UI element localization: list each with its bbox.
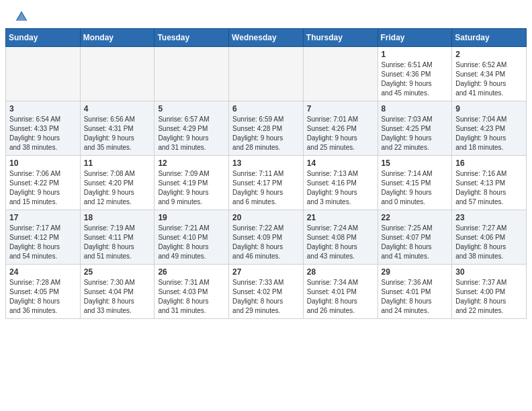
table-row: 19Sunrise: 7:21 AM Sunset: 4:10 PM Dayli… (154, 210, 229, 265)
day-info: Sunrise: 7:03 AM Sunset: 4:25 PM Dayligh… (382, 115, 449, 152)
table-row: 1Sunrise: 6:51 AM Sunset: 4:36 PM Daylig… (378, 47, 452, 101)
day-info: Sunrise: 7:09 AM Sunset: 4:19 PM Dayligh… (158, 169, 225, 207)
day-info: Sunrise: 6:56 AM Sunset: 4:31 PM Dayligh… (84, 115, 151, 152)
header-monday: Monday (80, 29, 154, 47)
table-row: 30Sunrise: 7:37 AM Sunset: 4:00 PM Dayli… (452, 265, 527, 319)
table-row: 28Sunrise: 7:34 AM Sunset: 4:01 PM Dayli… (303, 265, 378, 319)
calendar-row: 1Sunrise: 6:51 AM Sunset: 4:36 PM Daylig… (6, 47, 527, 101)
day-number: 10 (9, 158, 77, 168)
table-row: 13Sunrise: 7:11 AM Sunset: 4:17 PM Dayli… (229, 156, 304, 210)
day-info: Sunrise: 7:25 AM Sunset: 4:07 PM Dayligh… (382, 224, 449, 261)
table-row: 27Sunrise: 7:33 AM Sunset: 4:02 PM Dayli… (229, 265, 304, 319)
calendar-wrapper: Sunday Monday Tuesday Wednesday Thursday… (0, 28, 532, 324)
day-number: 9 (455, 104, 523, 113)
day-number: 24 (9, 267, 77, 277)
table-row (229, 47, 304, 101)
day-number: 8 (382, 104, 449, 113)
table-row: 26Sunrise: 7:31 AM Sunset: 4:03 PM Dayli… (154, 265, 229, 319)
day-info: Sunrise: 7:04 AM Sunset: 4:23 PM Dayligh… (455, 115, 523, 152)
table-row (154, 47, 229, 101)
day-info: Sunrise: 6:57 AM Sunset: 4:29 PM Dayligh… (158, 115, 225, 152)
day-info: Sunrise: 7:28 AM Sunset: 4:05 PM Dayligh… (9, 278, 77, 316)
table-row: 9Sunrise: 7:04 AM Sunset: 4:23 PM Daylig… (452, 101, 527, 156)
day-info: Sunrise: 7:13 AM Sunset: 4:16 PM Dayligh… (307, 169, 374, 207)
day-info: Sunrise: 7:37 AM Sunset: 4:00 PM Dayligh… (455, 278, 523, 316)
day-number: 19 (158, 213, 225, 222)
table-row: 11Sunrise: 7:08 AM Sunset: 4:20 PM Dayli… (80, 156, 154, 210)
day-info: Sunrise: 7:34 AM Sunset: 4:01 PM Dayligh… (307, 278, 374, 316)
table-row: 22Sunrise: 7:25 AM Sunset: 4:07 PM Dayli… (378, 210, 452, 265)
table-row: 3Sunrise: 6:54 AM Sunset: 4:33 PM Daylig… (6, 101, 81, 156)
day-info: Sunrise: 7:08 AM Sunset: 4:20 PM Dayligh… (84, 169, 151, 207)
day-info: Sunrise: 7:36 AM Sunset: 4:01 PM Dayligh… (382, 278, 449, 316)
day-info: Sunrise: 7:21 AM Sunset: 4:10 PM Dayligh… (158, 224, 225, 261)
day-number: 26 (158, 267, 225, 277)
day-info: Sunrise: 6:51 AM Sunset: 4:36 PM Dayligh… (382, 60, 449, 98)
table-row: 18Sunrise: 7:19 AM Sunset: 4:11 PM Dayli… (80, 210, 154, 265)
table-row: 20Sunrise: 7:22 AM Sunset: 4:09 PM Dayli… (229, 210, 304, 265)
calendar-row: 24Sunrise: 7:28 AM Sunset: 4:05 PM Dayli… (6, 265, 527, 319)
day-number: 25 (84, 267, 151, 277)
day-info: Sunrise: 7:33 AM Sunset: 4:02 PM Dayligh… (232, 278, 300, 316)
day-number: 27 (232, 267, 300, 277)
table-row: 14Sunrise: 7:13 AM Sunset: 4:16 PM Dayli… (303, 156, 378, 210)
day-number: 5 (158, 104, 225, 113)
day-number: 12 (158, 158, 225, 168)
day-number: 22 (382, 213, 449, 222)
day-number: 14 (307, 158, 374, 168)
header-friday: Friday (378, 29, 452, 47)
page-header (0, 0, 532, 28)
table-row: 5Sunrise: 6:57 AM Sunset: 4:29 PM Daylig… (154, 101, 229, 156)
day-info: Sunrise: 7:11 AM Sunset: 4:17 PM Dayligh… (232, 169, 300, 207)
day-number: 1 (382, 50, 449, 59)
table-row: 29Sunrise: 7:36 AM Sunset: 4:01 PM Dayli… (378, 265, 452, 319)
day-info: Sunrise: 7:06 AM Sunset: 4:22 PM Dayligh… (9, 169, 77, 207)
calendar-row: 10Sunrise: 7:06 AM Sunset: 4:22 PM Dayli… (6, 156, 527, 210)
day-info: Sunrise: 7:31 AM Sunset: 4:03 PM Dayligh… (158, 278, 225, 316)
day-number: 30 (455, 267, 523, 277)
table-row: 8Sunrise: 7:03 AM Sunset: 4:25 PM Daylig… (378, 101, 452, 156)
day-number: 4 (84, 104, 151, 113)
day-number: 6 (232, 104, 300, 113)
calendar-table: Sunday Monday Tuesday Wednesday Thursday… (5, 28, 527, 319)
day-info: Sunrise: 6:59 AM Sunset: 4:28 PM Dayligh… (232, 115, 300, 152)
day-number: 23 (455, 213, 523, 222)
header-sunday: Sunday (6, 29, 81, 47)
header-wednesday: Wednesday (229, 29, 304, 47)
day-info: Sunrise: 7:16 AM Sunset: 4:13 PM Dayligh… (455, 169, 523, 207)
table-row: 25Sunrise: 7:30 AM Sunset: 4:04 PM Dayli… (80, 265, 154, 319)
table-row: 12Sunrise: 7:09 AM Sunset: 4:19 PM Dayli… (154, 156, 229, 210)
table-row: 24Sunrise: 7:28 AM Sunset: 4:05 PM Dayli… (6, 265, 81, 319)
day-info: Sunrise: 7:22 AM Sunset: 4:09 PM Dayligh… (232, 224, 300, 261)
table-row: 21Sunrise: 7:24 AM Sunset: 4:08 PM Dayli… (303, 210, 378, 265)
table-row: 17Sunrise: 7:17 AM Sunset: 4:12 PM Dayli… (6, 210, 81, 265)
day-number: 18 (84, 213, 151, 222)
day-number: 28 (307, 267, 374, 277)
day-info: Sunrise: 7:01 AM Sunset: 4:26 PM Dayligh… (307, 115, 374, 152)
day-number: 21 (307, 213, 374, 222)
day-number: 3 (9, 104, 77, 113)
header-tuesday: Tuesday (154, 29, 229, 47)
table-row: 23Sunrise: 7:27 AM Sunset: 4:06 PM Dayli… (452, 210, 527, 265)
day-number: 29 (382, 267, 449, 277)
table-row (80, 47, 154, 101)
table-row (303, 47, 378, 101)
day-number: 17 (9, 213, 77, 222)
calendar-row: 17Sunrise: 7:17 AM Sunset: 4:12 PM Dayli… (6, 210, 527, 265)
day-number: 2 (455, 50, 523, 59)
day-info: Sunrise: 7:14 AM Sunset: 4:15 PM Dayligh… (382, 169, 449, 207)
logo-icon (15, 9, 28, 23)
day-number: 11 (84, 158, 151, 168)
day-info: Sunrise: 6:54 AM Sunset: 4:33 PM Dayligh… (9, 115, 77, 152)
header-saturday: Saturday (452, 29, 527, 47)
day-info: Sunrise: 7:19 AM Sunset: 4:11 PM Dayligh… (84, 224, 151, 261)
day-number: 7 (307, 104, 374, 113)
calendar-row: 3Sunrise: 6:54 AM Sunset: 4:33 PM Daylig… (6, 101, 527, 156)
day-info: Sunrise: 6:52 AM Sunset: 4:34 PM Dayligh… (455, 60, 523, 98)
day-info: Sunrise: 7:17 AM Sunset: 4:12 PM Dayligh… (9, 224, 77, 261)
day-number: 20 (232, 213, 300, 222)
table-row (6, 47, 81, 101)
day-info: Sunrise: 7:30 AM Sunset: 4:04 PM Dayligh… (84, 278, 151, 316)
logo (13, 11, 28, 23)
table-row: 15Sunrise: 7:14 AM Sunset: 4:15 PM Dayli… (378, 156, 452, 210)
